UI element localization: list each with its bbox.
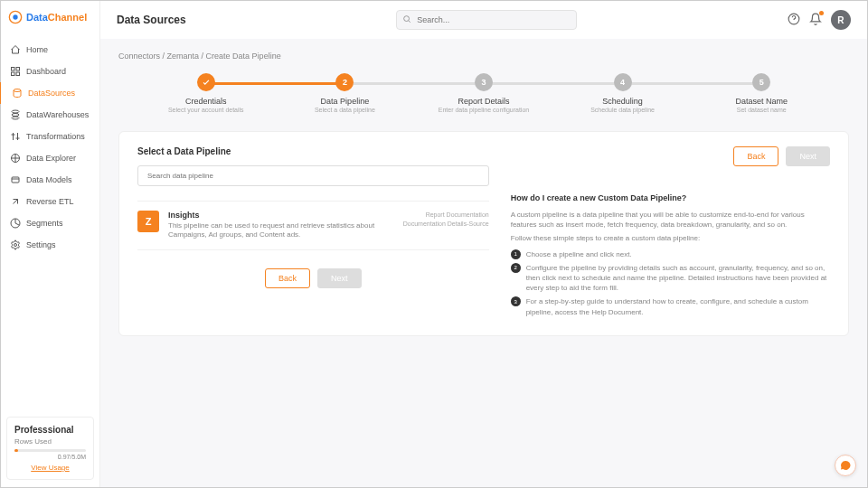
nav-label: Home bbox=[26, 45, 48, 54]
svg-point-1 bbox=[13, 14, 17, 19]
step-sublabel: Select a data pipeline bbox=[315, 107, 375, 113]
nav-explorer[interactable]: Data Explorer bbox=[1, 147, 99, 169]
step-sublabel: Set dataset name bbox=[737, 107, 787, 113]
nav-label: DataSources bbox=[28, 89, 75, 98]
nav-transformations[interactable]: Transformations bbox=[1, 126, 99, 147]
help-intro: A custom pipeline is a data pipeline tha… bbox=[511, 210, 830, 230]
logo[interactable]: DataChannel bbox=[1, 1, 99, 33]
nav-label: Transformations bbox=[26, 132, 85, 141]
step-sublabel: Enter data pipeline configuration bbox=[439, 107, 529, 113]
plan-card: Professsional Rows Used 0.97/5.0M View U… bbox=[6, 417, 94, 480]
nav-label: Reverse ETL bbox=[26, 197, 74, 206]
svg-point-14 bbox=[404, 16, 410, 22]
svg-point-7 bbox=[12, 110, 19, 113]
content: Connectors / Zemanta / Create Data Pipel… bbox=[100, 39, 867, 487]
nav-models[interactable]: Data Models bbox=[1, 169, 99, 191]
svg-rect-5 bbox=[16, 72, 20, 76]
nav-dashboard[interactable]: Dashboard bbox=[1, 61, 99, 82]
step-credentials[interactable]: Credentials Select your account details bbox=[137, 73, 276, 113]
main: Data Sources R Connectors / Zemanta / Cr… bbox=[100, 1, 867, 487]
avatar[interactable]: R bbox=[831, 10, 851, 30]
nav-label: Data Models bbox=[26, 175, 72, 184]
step-dataset-name[interactable]: 5 Dataset Name Set dataset name bbox=[692, 73, 831, 113]
models-icon bbox=[10, 174, 21, 185]
step-data-pipeline[interactable]: 2 Data Pipeline Select a data pipeline bbox=[276, 73, 415, 113]
usage-bar bbox=[14, 449, 86, 452]
nav-datawarehouses[interactable]: DataWarehouses bbox=[1, 104, 99, 126]
button-row-top: Back Next bbox=[511, 146, 830, 166]
nav: Home Dashboard DataSources DataWarehouse… bbox=[1, 33, 99, 409]
nav-settings[interactable]: Settings bbox=[1, 234, 99, 256]
nav-datasources[interactable]: DataSources bbox=[0, 82, 99, 104]
breadcrumb: Connectors / Zemanta / Create Data Pipel… bbox=[118, 52, 849, 61]
step-circle: 3 bbox=[475, 73, 493, 91]
search-input[interactable] bbox=[396, 10, 577, 30]
notifications-button[interactable] bbox=[809, 13, 822, 27]
help-title: How do I create a new Custom Data Pipeli… bbox=[511, 193, 830, 202]
nav-home[interactable]: Home bbox=[1, 39, 99, 61]
panel-right: Back Next How do I create a new Custom D… bbox=[511, 146, 830, 321]
pipeline-desc: This pipeline can be used to request and… bbox=[168, 221, 394, 240]
transform-icon bbox=[10, 131, 21, 142]
topbar-icons: R bbox=[788, 10, 851, 30]
nav-segments[interactable]: Segments bbox=[1, 212, 99, 234]
nav-label: DataWarehouses bbox=[26, 110, 89, 119]
svg-point-13 bbox=[14, 244, 17, 247]
help-icon bbox=[788, 13, 800, 25]
report-doc-link[interactable]: Report Documentation bbox=[403, 211, 489, 220]
step-circle: 5 bbox=[752, 73, 770, 91]
pipeline-name: Insights bbox=[168, 211, 394, 220]
dashboard-icon bbox=[10, 66, 21, 77]
svg-rect-3 bbox=[16, 68, 20, 71]
home-icon bbox=[10, 44, 21, 55]
pipeline-links: Report Documentation Documentation Detai… bbox=[403, 211, 489, 240]
search-pipeline-input[interactable] bbox=[137, 165, 489, 186]
svg-point-6 bbox=[14, 89, 21, 92]
logo-text: DataChannel bbox=[26, 12, 87, 23]
svg-rect-4 bbox=[12, 72, 15, 76]
usage-text: 0.97/5.0M bbox=[14, 454, 86, 460]
view-usage-link[interactable]: View Usage bbox=[14, 464, 86, 472]
doc-details-link[interactable]: Documentation Details-Source bbox=[403, 220, 489, 229]
topbar: Data Sources R bbox=[100, 1, 867, 39]
search-box bbox=[396, 10, 577, 30]
help-step: 2Configure the pipeline by providing det… bbox=[511, 263, 830, 294]
help-steps: 1Choose a pipeline and click next. 2Conf… bbox=[511, 249, 830, 317]
button-row-bottom: Back Next bbox=[137, 268, 489, 288]
chat-fab[interactable] bbox=[835, 455, 856, 476]
step-scheduling[interactable]: 4 Scheduling Schedule data pipeline bbox=[553, 73, 693, 113]
panel-left: Select a Data Pipeline Z Insights This p… bbox=[137, 146, 489, 321]
warehouse-icon bbox=[10, 109, 21, 120]
next-button-top[interactable]: Next bbox=[786, 146, 830, 166]
svg-rect-2 bbox=[12, 68, 15, 71]
svg-rect-11 bbox=[12, 177, 19, 183]
step-report-details[interactable]: 3 Report Details Enter data pipeline con… bbox=[414, 73, 553, 113]
step-label: Scheduling bbox=[602, 97, 643, 106]
step-label: Dataset Name bbox=[735, 97, 788, 106]
check-icon bbox=[202, 78, 211, 87]
next-button-bottom[interactable]: Next bbox=[317, 268, 362, 288]
sidebar: DataChannel Home Dashboard DataSources D… bbox=[1, 1, 100, 487]
chat-icon bbox=[840, 460, 851, 471]
nav-reverse-etl[interactable]: Reverse ETL bbox=[1, 191, 99, 212]
breadcrumb-zemanta[interactable]: Zemanta bbox=[167, 52, 200, 61]
pipeline-card[interactable]: Z Insights This pipeline can be used to … bbox=[137, 201, 489, 250]
step-num-icon: 3 bbox=[511, 296, 521, 306]
datasources-icon bbox=[12, 88, 23, 99]
help-intro2: Follow these simple steps to create a cu… bbox=[511, 233, 830, 243]
help-button[interactable] bbox=[788, 13, 800, 27]
back-button-bottom[interactable]: Back bbox=[265, 268, 310, 288]
nav-label: Dashboard bbox=[26, 67, 66, 76]
step-num-icon: 2 bbox=[511, 263, 521, 273]
pipeline-info: Insights This pipeline can be used to re… bbox=[168, 211, 394, 240]
step-label: Data Pipeline bbox=[321, 97, 370, 106]
stepper: Credentials Select your account details … bbox=[118, 73, 849, 113]
back-button-top[interactable]: Back bbox=[733, 146, 778, 166]
nav-label: Settings bbox=[26, 240, 56, 249]
step-label: Credentials bbox=[185, 97, 227, 106]
svg-point-9 bbox=[12, 117, 19, 119]
breadcrumb-connectors[interactable]: Connectors bbox=[118, 52, 160, 61]
logo-icon bbox=[8, 10, 23, 24]
step-circle: 4 bbox=[614, 73, 632, 91]
step-label: Report Details bbox=[458, 97, 509, 106]
